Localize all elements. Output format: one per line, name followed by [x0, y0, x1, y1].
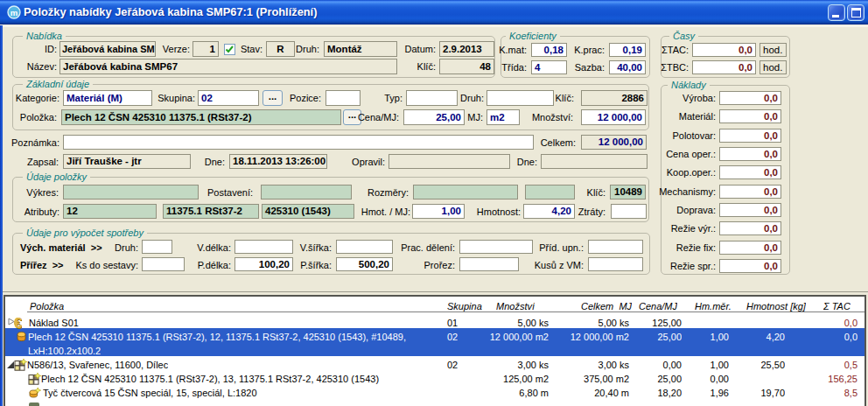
svg-text:m: m: [10, 8, 18, 18]
